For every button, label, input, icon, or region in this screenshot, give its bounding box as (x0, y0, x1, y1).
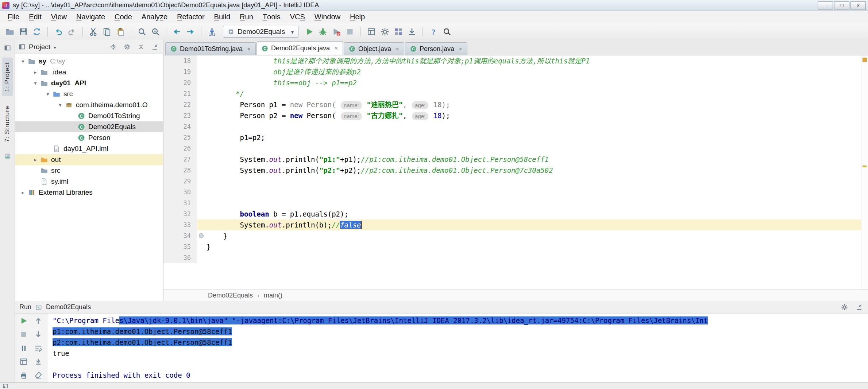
minimize-button[interactable]: – (818, 1, 833, 9)
inspections-indicator[interactable] (863, 58, 867, 62)
gutter-marker-icon[interactable] (199, 233, 204, 238)
project-structure-button[interactable] (392, 26, 405, 38)
editor-tab-demo01tostring-java[interactable]: CDemo01ToString.java (165, 42, 256, 55)
coverage-button[interactable] (330, 26, 343, 38)
export-button[interactable] (406, 26, 418, 38)
chevron-down-icon[interactable]: ▾ (30, 80, 40, 86)
settings-button[interactable] (122, 42, 132, 52)
line-number[interactable]: 26 (163, 143, 197, 154)
find-button[interactable] (136, 26, 148, 38)
up-stack-button[interactable] (32, 316, 44, 325)
rerun-button[interactable] (18, 316, 30, 325)
code-line-28[interactable]: 28 System.out.println("p2:"+p2);//p2:com… (163, 165, 861, 176)
menu-help[interactable]: Help (345, 11, 370, 23)
line-number[interactable]: 18 (163, 55, 197, 66)
code-line-18[interactable]: 18 this是谁?那个对象调用的方法,方法中的this就是那个对象;p1调用的… (163, 55, 861, 66)
tab-close-icon[interactable] (247, 46, 251, 52)
tool-windows-button[interactable] (3, 43, 12, 52)
menu-code[interactable]: Code (110, 11, 137, 23)
run-button[interactable] (303, 26, 316, 38)
pause-output-button[interactable] (18, 344, 30, 352)
copy-button[interactable] (101, 26, 113, 38)
menu-window[interactable]: Window (310, 11, 345, 23)
chevron-right-icon[interactable]: ▸ (18, 190, 28, 195)
restore-layout-button[interactable] (365, 26, 378, 38)
code-line-30[interactable]: 30 (163, 187, 861, 198)
console-line-4[interactable]: true (53, 348, 868, 359)
tree-item-sy-iml[interactable]: sy.iml (15, 176, 163, 187)
replace-button[interactable]: a (149, 26, 162, 38)
down-stack-button[interactable] (32, 330, 44, 338)
code-line-33[interactable]: 33 System.out.println(b);//false (163, 219, 861, 230)
breadcrumb-item[interactable]: main() (257, 292, 282, 299)
code-line-31[interactable]: 31 (163, 198, 861, 209)
code-line-20[interactable]: 20 this==obj --> p1==p2 (163, 77, 861, 88)
warning-stripe-mark[interactable] (863, 166, 867, 167)
restore-layout-button[interactable] (18, 357, 30, 366)
toolwindow-toggle-icon[interactable] (3, 384, 8, 389)
menu-vcs[interactable]: VCS (285, 11, 310, 23)
line-number[interactable]: 34 (163, 230, 197, 241)
tree-item-demo01tostring[interactable]: CDemo01ToString (15, 110, 163, 121)
project-view-caret-icon[interactable] (54, 43, 56, 51)
line-number[interactable]: 19 (163, 66, 197, 77)
tab-close-icon[interactable] (459, 46, 462, 52)
tree-item--idea[interactable]: ▸.idea (15, 67, 163, 78)
tree-item-demo02equals[interactable]: CDemo02Equals (15, 121, 163, 132)
line-number[interactable]: 22 (163, 99, 197, 110)
chevron-down-icon[interactable]: ▾ (55, 102, 65, 108)
line-number[interactable]: 29 (163, 176, 197, 187)
line-number[interactable]: 27 (163, 154, 197, 165)
code-line-22[interactable]: 22 Person p1 = new Person( name: "迪丽热巴",… (163, 99, 861, 110)
stop-button[interactable] (18, 330, 30, 338)
run-config-combo[interactable]: Demo02Equals (223, 26, 298, 38)
chevron-right-icon[interactable]: ▸ (30, 69, 40, 75)
favorites-button[interactable] (3, 152, 12, 161)
line-number[interactable]: 25 (163, 132, 197, 143)
code-line-27[interactable]: 27 System.out.println("p1:"+p1);//p1:com… (163, 154, 861, 165)
line-number[interactable]: 30 (163, 187, 197, 198)
update-project-button[interactable]: 101 (206, 26, 218, 38)
code-line-32[interactable]: 32 boolean b = p1.equals(p2); (163, 209, 861, 219)
code-editor[interactable]: 18 this是谁?那个对象调用的方法,方法中的this就是那个对象;p1调用的… (163, 55, 861, 289)
locate-button[interactable] (108, 42, 118, 52)
menu-tools[interactable]: Tools (258, 11, 285, 23)
back-button[interactable] (171, 26, 183, 38)
menu-analyze[interactable]: Analyze (137, 11, 172, 23)
chevron-down-icon[interactable]: ▾ (18, 58, 28, 64)
tree-item-out[interactable]: ▸out (15, 154, 163, 165)
breadcrumb-item[interactable]: Demo02Equals (208, 292, 253, 299)
help-button[interactable]: ? (427, 26, 440, 38)
menu-view[interactable]: View (46, 11, 72, 23)
undo-button[interactable] (52, 26, 65, 38)
collapse-all-button[interactable] (136, 42, 146, 52)
line-number[interactable]: 31 (163, 198, 197, 209)
tab-close-icon[interactable] (396, 46, 399, 52)
console-line-5[interactable] (53, 359, 868, 370)
line-number[interactable]: 23 (163, 110, 197, 121)
code-line-24[interactable]: 24 (163, 121, 861, 132)
settings-button[interactable] (379, 26, 391, 38)
code-line-21[interactable]: 21 */ (163, 88, 861, 99)
code-line-23[interactable]: 23 Person p2 = new Person( name: "古力娜扎",… (163, 110, 861, 121)
clear-all-button[interactable] (32, 371, 44, 380)
close-button[interactable]: × (850, 1, 866, 9)
tool-strip-tab-7-structure[interactable]: 7: Structure (2, 101, 13, 147)
maximize-button[interactable]: □ (834, 1, 849, 9)
soft-wrap-button[interactable] (32, 344, 44, 352)
chevron-down-icon[interactable]: ▾ (43, 91, 53, 97)
line-number[interactable]: 35 (163, 241, 197, 252)
tool-strip-tab-1-project[interactable]: 1: Project (2, 58, 13, 96)
redo-button[interactable] (66, 26, 78, 38)
menu-run[interactable]: Run (235, 11, 258, 23)
menu-refactor[interactable]: Refactor (172, 11, 209, 23)
save-all-button[interactable] (17, 26, 30, 38)
tree-item-person[interactable]: CPerson (15, 132, 163, 143)
code-line-34[interactable]: 34 } (163, 230, 861, 241)
console-line-6[interactable]: Process finished with exit code 0 (53, 370, 868, 381)
line-number[interactable]: 28 (163, 165, 197, 176)
print-button[interactable] (18, 371, 30, 380)
search-everywhere-button[interactable] (441, 26, 453, 38)
synchronize-button[interactable] (31, 26, 43, 38)
tree-item-com-itheima-demo01-o[interactable]: ▾com.itheima.demo01.O (15, 100, 163, 110)
